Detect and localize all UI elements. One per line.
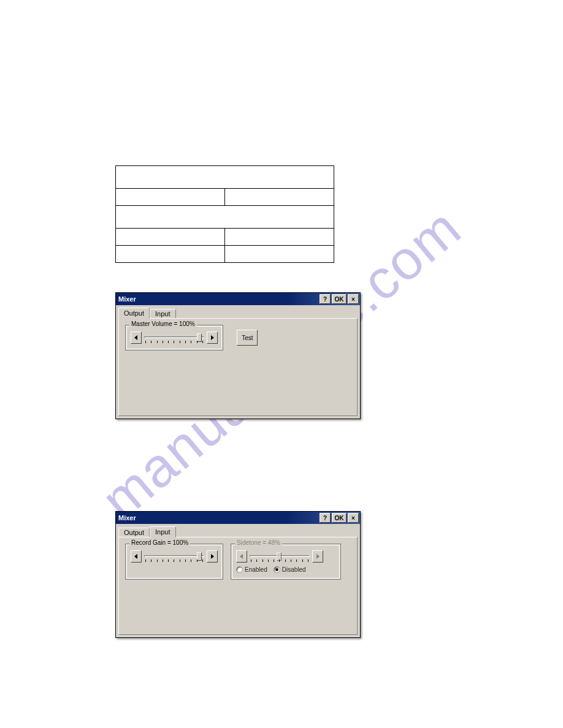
ok-button[interactable]: OK	[332, 513, 347, 523]
tabpanel-input: Record Gain = 100%	[118, 537, 358, 635]
sidetone-slider	[250, 550, 310, 563]
ok-button[interactable]: OK	[332, 294, 347, 304]
tab-input[interactable]: Input	[150, 526, 175, 537]
sidetone-disabled-label: Disabled	[282, 566, 306, 573]
sidetone-decrease-button	[236, 550, 247, 563]
titlebar: Mixer ? OK ×	[116, 512, 360, 524]
test-button[interactable]: Test	[237, 330, 258, 346]
mixer-dialog-output: Mixer ? OK × Output Input Master Volume …	[115, 292, 361, 419]
page-content: Mixer ? OK × Output Input Master Volume …	[115, 165, 361, 638]
svg-marker-0	[134, 335, 137, 340]
dialog-title: Mixer	[118, 514, 136, 521]
volume-slider[interactable]	[144, 332, 204, 344]
dialog-title: Mixer	[118, 295, 136, 303]
sidetone-disabled-radio[interactable]	[274, 566, 280, 573]
master-volume-group: Master Volume = 100%	[125, 325, 223, 351]
sidetone-enabled-radio[interactable]	[236, 566, 243, 573]
sidetone-enabled-label: Enabled	[245, 566, 267, 573]
tab-output[interactable]: Output	[118, 528, 150, 537]
tabstrip: Output Input	[116, 524, 360, 537]
gain-slider[interactable]	[144, 550, 204, 563]
svg-marker-2	[134, 554, 137, 559]
record-gain-label: Record Gain = 100%	[129, 539, 190, 546]
sidetone-increase-button	[312, 550, 323, 563]
volume-increase-button[interactable]	[207, 332, 218, 344]
sidetone-label: Sidetone = 48%	[235, 539, 282, 546]
svg-marker-1	[211, 335, 214, 340]
gain-increase-button[interactable]	[207, 550, 218, 563]
close-button[interactable]: ×	[348, 513, 359, 523]
tabpanel-output: Master Volume = 100% Test	[118, 318, 358, 416]
mixer-dialog-input: Mixer ? OK × Output Input Record Gain = …	[115, 511, 361, 638]
help-button[interactable]: ?	[320, 513, 331, 523]
svg-marker-5	[316, 554, 320, 559]
record-gain-group: Record Gain = 100%	[125, 544, 223, 580]
titlebar: Mixer ? OK ×	[116, 293, 360, 305]
close-button[interactable]: ×	[348, 294, 359, 304]
empty-table	[115, 165, 334, 263]
svg-marker-3	[211, 554, 214, 559]
volume-decrease-button[interactable]	[131, 332, 142, 344]
master-volume-label: Master Volume = 100%	[129, 320, 197, 327]
sidetone-group: Sidetone = 48%	[231, 544, 341, 580]
gain-decrease-button[interactable]	[131, 550, 142, 563]
tab-output[interactable]: Output	[118, 308, 150, 319]
tabstrip: Output Input	[116, 305, 360, 318]
help-button[interactable]: ?	[320, 294, 331, 304]
svg-marker-4	[240, 554, 243, 559]
tab-input[interactable]: Input	[150, 309, 175, 318]
